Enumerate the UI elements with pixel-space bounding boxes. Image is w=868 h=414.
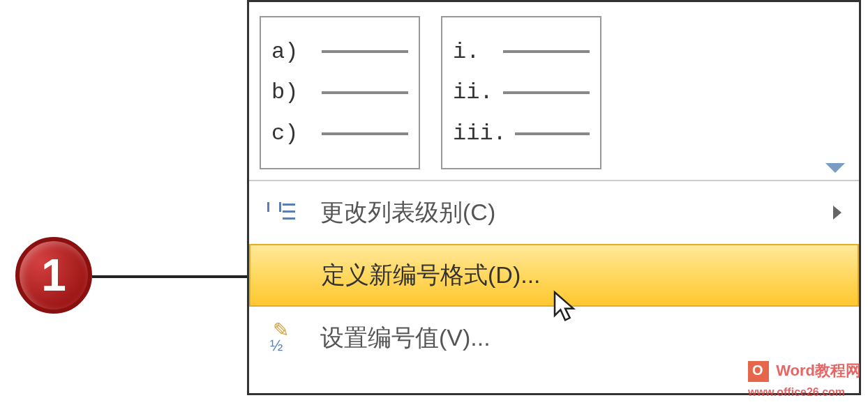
format-dash	[322, 50, 408, 53]
watermark-text: Word教程网	[776, 362, 861, 379]
menu-label: 更改列表级别(C)	[320, 197, 495, 229]
format-line: b)	[271, 79, 408, 105]
indent-icon	[263, 194, 299, 231]
callout-number: 1	[41, 250, 66, 301]
watermark-logo-icon	[748, 361, 769, 382]
menu-change-list-level[interactable]: 更改列表级别(C)	[249, 181, 859, 244]
format-dash	[322, 91, 408, 94]
format-dash	[503, 50, 590, 53]
blank-icon	[264, 257, 301, 293]
watermark: Word教程网 www.office26.com	[748, 360, 861, 400]
format-dash	[322, 132, 408, 135]
cursor-pointer-icon	[551, 290, 579, 325]
callout-badge: 1	[15, 237, 92, 314]
submenu-arrow-icon	[833, 206, 841, 220]
format-option-alpha[interactable]: a) b) c)	[260, 16, 420, 169]
format-label: c)	[271, 121, 313, 146]
format-gallery: a) b) c) i. ii. iii.	[249, 2, 859, 180]
format-line: i.	[453, 39, 590, 65]
set-value-icon	[263, 320, 299, 356]
format-option-roman[interactable]: i. ii. iii.	[441, 16, 601, 169]
format-dash	[503, 91, 590, 94]
format-label: a)	[271, 39, 313, 65]
format-label: b)	[271, 79, 313, 105]
format-line: c)	[271, 121, 408, 146]
numbering-dropdown-panel: a) b) c) i. ii. iii.	[247, 0, 861, 395]
watermark-url: www.office26.com	[748, 386, 845, 398]
format-label: iii.	[453, 121, 507, 146]
format-dash	[515, 132, 590, 135]
format-line: a)	[271, 39, 408, 65]
menu-label: 定义新编号格式(D)...	[322, 259, 541, 291]
menu-label: 设置编号值(V)...	[320, 322, 491, 354]
scroll-down-icon[interactable]	[825, 163, 845, 173]
format-label: i.	[453, 39, 495, 65]
format-line: iii.	[453, 121, 590, 146]
menu-section: 更改列表级别(C) 定义新编号格式(D)... 设置编号值(V)...	[249, 180, 859, 369]
format-label: ii.	[453, 79, 495, 105]
format-line: ii.	[453, 79, 590, 105]
